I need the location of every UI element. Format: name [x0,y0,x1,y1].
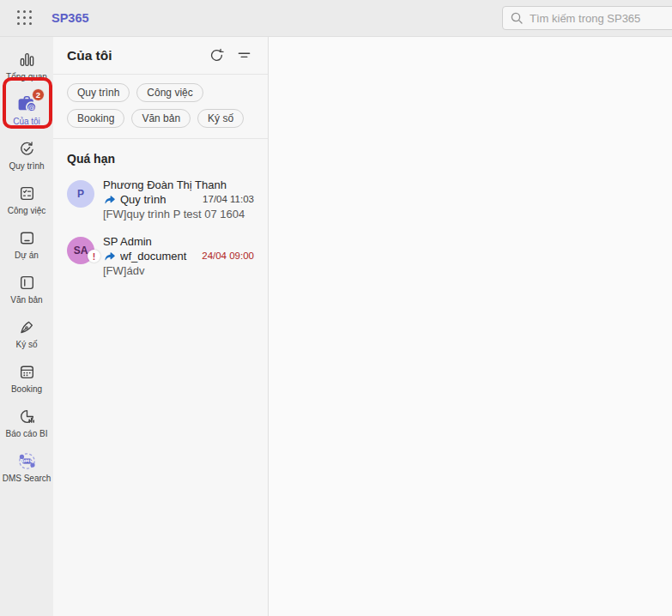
calendar-icon [15,361,38,382]
svg-text:DMS: DMS [21,458,33,462]
project-card-icon [15,227,38,248]
sidebar-item-label: Tổng quan [6,72,47,82]
sidebar-item-tong-quan[interactable]: Tổng quan [2,45,51,84]
chip-booking[interactable]: Booking [67,109,124,128]
chip-quy-trinh[interactable]: Quy trình [67,83,130,102]
sidebar-item-booking[interactable]: Booking [2,358,51,396]
forward-arrow-icon [103,250,116,263]
item-timestamp-overdue: 24/04 09:00 [202,249,254,263]
sidebar-item-quy-trinh[interactable]: Quy trình [2,135,51,173]
document-icon [15,272,38,293]
chip-cong-viec[interactable]: Công việc [136,83,203,102]
sidebar-item-label: Văn bản [10,295,42,305]
item-subject: [FW]ádv [103,263,254,278]
section-title-overdue: Quá hạn [53,139,268,172]
task-list-icon [15,183,38,203]
sidebar-item-ky-so[interactable]: Ký số [2,313,51,352]
avatar: P [67,180,94,208]
global-search[interactable] [502,6,672,30]
sidebar-item-label: DMS Search [3,474,51,483]
svg-text:@: @ [27,102,34,111]
sidebar-item-label: Công việc [8,206,45,215]
sidebar-item-label: Dự án [15,251,39,260]
filter-chips: Quy trình Công việc Booking Văn bản Ký s… [53,75,268,139]
pie-chart-icon [15,406,38,426]
item-category: Quy trình [120,192,198,207]
list-item[interactable]: P Phương Đoàn Thị Thanh Quy trình 17/04 … [53,172,268,229]
sidebar-item-dms-search[interactable]: DMS DMS Search [2,447,51,486]
chip-van-ban[interactable]: Văn bản [131,109,191,128]
panel-title: Của tôi [67,48,206,63]
search-input[interactable] [530,12,672,25]
sidebar-item-cong-viec[interactable]: Công việc [2,179,51,218]
sync-check-icon [15,138,38,159]
urgent-exclamation-badge: ! [88,250,100,263]
item-name: Phương Đoàn Thị Thanh [103,178,254,192]
sidebar-item-bao-cao-bi[interactable]: Báo cáo BI [2,402,51,441]
avatar: SA ! [67,237,94,264]
refresh-button[interactable] [206,45,227,66]
mail-briefcase-icon: @ 2 [15,94,38,114]
left-rail: Tổng quan @ 2 Của tôi Quy trình [0,37,53,616]
sidebar-item-cua-toi[interactable]: @ 2 Của tôi [2,90,51,129]
item-subject: [FW]quy trình P test 07 1604 [103,207,254,221]
main-content-area [269,37,672,616]
chip-ky-so[interactable]: Ký số [197,109,244,128]
list-item[interactable]: SA ! SP Admin wf_document 24/04 09:00 [F… [53,229,268,286]
dms-search-icon: DMS [15,450,38,471]
item-timestamp: 17/04 11:03 [203,192,254,207]
filter-button[interactable] [233,45,254,66]
forward-arrow-icon [103,193,116,206]
sidebar-item-label: Ký số [15,340,37,349]
sidebar-item-label: Của tôi [13,117,40,126]
sidebar-item-label: Báo cáo BI [6,429,48,438]
sidebar-item-du-an[interactable]: Dự án [2,224,51,263]
signature-pen-icon [15,317,38,337]
item-category: wf_document [120,249,197,263]
top-bar: SP365 [0,0,672,37]
app-title: SP365 [51,11,89,25]
sidebar-item-van-ban[interactable]: Văn bản [2,269,51,307]
search-icon [510,11,524,25]
bar-chart-icon [15,49,38,69]
item-name: SP Admin [103,235,254,249]
activity-badge: 2 [32,88,45,101]
sidebar-item-label: Quy trình [9,161,44,171]
my-items-panel: Của tôi Quy trình Công việc Booking Văn … [53,37,269,616]
app-launcher-waffle-icon[interactable] [12,5,38,31]
sidebar-item-label: Booking [11,384,42,394]
panel-header: Của tôi [53,37,268,75]
